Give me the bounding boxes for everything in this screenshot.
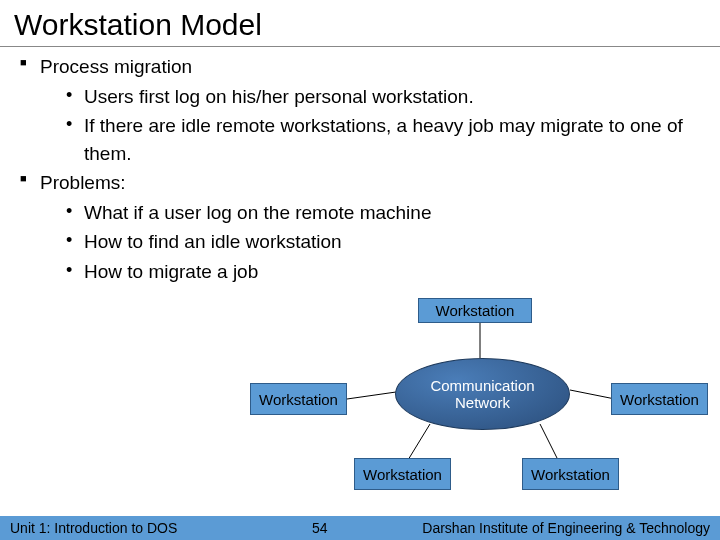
footer-right: Darshan Institute of Engineering & Techn… (422, 520, 720, 536)
workstation-left: Workstation (250, 383, 347, 415)
svg-line-1 (340, 390, 410, 400)
net-line2: Network (455, 394, 510, 411)
slide-body: Process migration Users first log on his… (0, 53, 720, 285)
workstation-bottom-left: Workstation (354, 458, 451, 490)
bullet-l2: What if a user log on the remote machine (40, 199, 708, 227)
workstation-right: Workstation (611, 383, 708, 415)
footer-left: Unit 1: Introduction to DOS (0, 520, 177, 536)
network-node: Communication Network (395, 358, 570, 430)
bullet-l2: If there are idle remote workstations, a… (40, 112, 708, 167)
bullet-l1: Process migration Users first log on his… (12, 53, 708, 167)
workstation-top: Workstation (418, 298, 532, 323)
net-line1: Communication (430, 377, 534, 394)
bullet-l2: Users first log on his/her personal work… (40, 83, 708, 111)
bullet-text: Problems: (40, 172, 126, 193)
svg-line-3 (408, 424, 430, 460)
bullet-l1: Problems: What if a user log on the remo… (12, 169, 708, 285)
bullet-l2: How to migrate a job (40, 258, 708, 286)
footer-bar: Unit 1: Introduction to DOS 54 Darshan I… (0, 516, 720, 540)
workstation-bottom-right: Workstation (522, 458, 619, 490)
footer-page: 54 (177, 520, 422, 536)
slide-title: Workstation Model (0, 0, 720, 47)
svg-line-4 (540, 424, 558, 460)
bullet-text: Process migration (40, 56, 192, 77)
svg-line-2 (570, 390, 620, 400)
bullet-l2: How to find an idle workstation (40, 228, 708, 256)
